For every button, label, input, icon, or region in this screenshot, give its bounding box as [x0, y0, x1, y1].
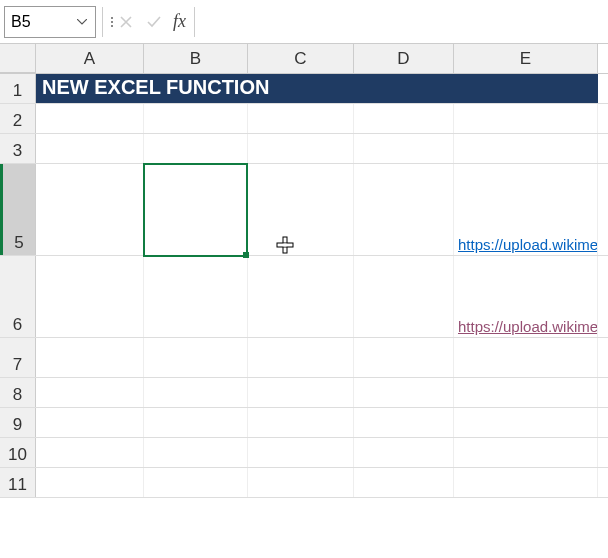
row-8: 8 — [0, 378, 608, 408]
row-11: 11 — [0, 468, 608, 498]
cell[interactable] — [248, 378, 354, 407]
fx-button[interactable]: fx — [171, 11, 188, 32]
cell[interactable] — [354, 468, 454, 497]
cell[interactable] — [36, 256, 144, 337]
cell-e5[interactable]: https://upload.wikimedia. — [454, 164, 598, 255]
row-header[interactable]: 8 — [0, 378, 36, 407]
row-7: 7 — [0, 338, 608, 378]
cell-e6[interactable]: https://upload.wikimed — [454, 256, 598, 337]
cell[interactable] — [144, 438, 248, 467]
title-cell[interactable]: NEW EXCEL FUNCTION — [36, 74, 598, 103]
cell[interactable] — [354, 378, 454, 407]
cancel-icon — [115, 10, 137, 34]
cell[interactable] — [36, 338, 144, 377]
cell[interactable] — [354, 164, 454, 255]
row-header[interactable]: 6 — [0, 256, 36, 337]
row-header[interactable]: 3 — [0, 134, 36, 163]
cell[interactable] — [354, 438, 454, 467]
row-9: 9 — [0, 408, 608, 438]
cell[interactable] — [454, 378, 598, 407]
row-1: 1 NEW EXCEL FUNCTION — [0, 74, 608, 104]
row-header[interactable]: 1 — [0, 74, 36, 103]
cell[interactable] — [36, 468, 144, 497]
cell[interactable] — [248, 468, 354, 497]
row-header[interactable]: 5 — [0, 164, 36, 255]
column-headers: A B C D E — [0, 44, 608, 74]
cell[interactable] — [144, 338, 248, 377]
row-header[interactable]: 10 — [0, 438, 36, 467]
cell[interactable] — [36, 438, 144, 467]
cell[interactable] — [36, 408, 144, 437]
cell[interactable] — [354, 408, 454, 437]
hyperlink-visited[interactable]: https://upload.wikimed — [458, 318, 598, 335]
formula-input[interactable] — [201, 7, 608, 37]
row-5: 5 https://upload.wikimedia. — [0, 164, 608, 256]
name-box-value: B5 — [11, 13, 75, 31]
cell[interactable] — [354, 256, 454, 337]
cell[interactable] — [144, 104, 248, 133]
row-6: 6 https://upload.wikimed — [0, 256, 608, 338]
cell[interactable] — [354, 338, 454, 377]
row-10: 10 — [0, 438, 608, 468]
cell[interactable] — [454, 134, 598, 163]
cell[interactable] — [144, 256, 248, 337]
fx-buttons: fx — [115, 10, 188, 34]
row-2: 2 — [0, 104, 608, 134]
cell[interactable] — [36, 378, 144, 407]
col-header-e[interactable]: E — [454, 44, 598, 73]
enter-icon — [143, 10, 165, 34]
spreadsheet-grid[interactable]: A B C D E 1 NEW EXCEL FUNCTION 2 3 5 htt… — [0, 44, 608, 498]
cell[interactable] — [144, 378, 248, 407]
cell[interactable] — [454, 338, 598, 377]
row-header[interactable]: 9 — [0, 408, 36, 437]
cell-b5[interactable] — [144, 164, 248, 255]
col-header-a[interactable]: A — [36, 44, 144, 73]
name-box[interactable]: B5 — [4, 6, 96, 38]
hyperlink[interactable]: https://upload.wikimedia. — [458, 236, 598, 253]
formula-bar: B5 fx — [0, 0, 608, 44]
cell[interactable] — [36, 164, 144, 255]
cell[interactable] — [248, 338, 354, 377]
select-all-corner[interactable] — [0, 44, 36, 73]
cell[interactable] — [248, 438, 354, 467]
cell[interactable] — [144, 134, 248, 163]
cell[interactable] — [454, 438, 598, 467]
cell[interactable] — [354, 104, 454, 133]
row-header[interactable]: 11 — [0, 468, 36, 497]
row-3: 3 — [0, 134, 608, 164]
cell[interactable] — [248, 164, 354, 255]
col-header-d[interactable]: D — [354, 44, 454, 73]
separator — [194, 7, 195, 37]
row-header[interactable]: 2 — [0, 104, 36, 133]
cell[interactable] — [354, 134, 454, 163]
row-header[interactable]: 7 — [0, 338, 36, 377]
cell[interactable] — [144, 408, 248, 437]
cell[interactable] — [248, 134, 354, 163]
cell[interactable] — [144, 468, 248, 497]
cell[interactable] — [454, 408, 598, 437]
chevron-down-icon[interactable] — [75, 19, 89, 25]
cell[interactable] — [454, 468, 598, 497]
cell[interactable] — [36, 134, 144, 163]
col-header-b[interactable]: B — [144, 44, 248, 73]
separator — [102, 7, 103, 37]
cell[interactable] — [248, 104, 354, 133]
cell[interactable] — [248, 256, 354, 337]
cell[interactable] — [454, 104, 598, 133]
col-header-c[interactable]: C — [248, 44, 354, 73]
cell[interactable] — [36, 104, 144, 133]
cell[interactable] — [248, 408, 354, 437]
